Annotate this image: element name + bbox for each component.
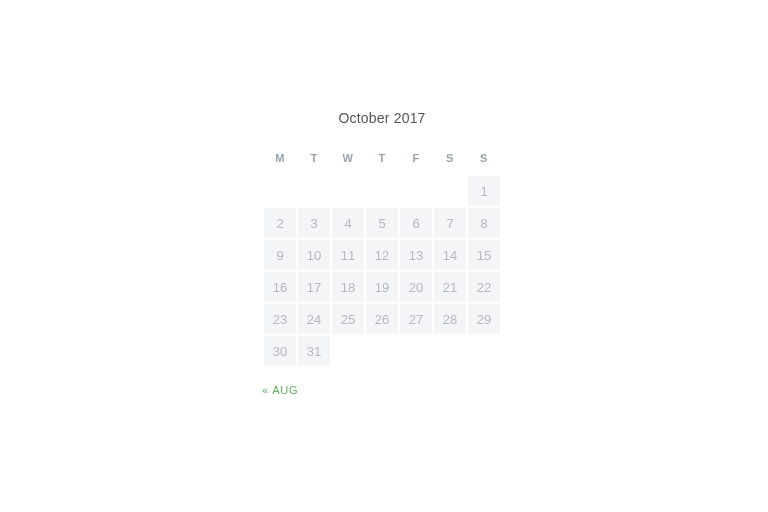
- calendar-row: 16171819202122: [264, 272, 500, 302]
- calendar-row: 1: [264, 176, 500, 206]
- calendar-day[interactable]: 12: [366, 240, 398, 270]
- calendar-day[interactable]: 25: [332, 304, 364, 334]
- weekday-header: S: [434, 146, 466, 174]
- weekday-header: F: [400, 146, 432, 174]
- calendar-day[interactable]: 28: [434, 304, 466, 334]
- calendar-day[interactable]: 19: [366, 272, 398, 302]
- calendar-day[interactable]: 22: [468, 272, 500, 302]
- calendar-row: 23242526272829: [264, 304, 500, 334]
- calendar-day[interactable]: 9: [264, 240, 296, 270]
- calendar-day[interactable]: 23: [264, 304, 296, 334]
- calendar-day[interactable]: 13: [400, 240, 432, 270]
- calendar-day[interactable]: 26: [366, 304, 398, 334]
- calendar-row: 9101112131415: [264, 240, 500, 270]
- calendar-title: October 2017: [262, 110, 502, 126]
- prev-month-link[interactable]: « AUG: [262, 384, 298, 396]
- weekday-header: W: [332, 146, 364, 174]
- calendar-day[interactable]: 24: [298, 304, 330, 334]
- calendar-day[interactable]: 16: [264, 272, 296, 302]
- calendar-day[interactable]: 15: [468, 240, 500, 270]
- calendar-pad: [434, 336, 466, 366]
- weekday-header: T: [366, 146, 398, 174]
- calendar-day[interactable]: 5: [366, 208, 398, 238]
- calendar-day[interactable]: 21: [434, 272, 466, 302]
- calendar-day[interactable]: 18: [332, 272, 364, 302]
- calendar-row: 3031: [264, 336, 500, 366]
- calendar-pad: [400, 336, 432, 366]
- calendar-day[interactable]: 10: [298, 240, 330, 270]
- calendar-day[interactable]: 20: [400, 272, 432, 302]
- calendar-day[interactable]: 27: [400, 304, 432, 334]
- calendar-pad: [332, 336, 364, 366]
- calendar-nav: « AUG: [262, 384, 502, 396]
- calendar-pad: [332, 176, 364, 206]
- calendar-day[interactable]: 1: [468, 176, 500, 206]
- calendar-day[interactable]: 11: [332, 240, 364, 270]
- calendar-day[interactable]: 4: [332, 208, 364, 238]
- weekday-header: T: [298, 146, 330, 174]
- calendar-day[interactable]: 30: [264, 336, 296, 366]
- calendar-pad: [434, 176, 466, 206]
- calendar-pad: [298, 176, 330, 206]
- calendar-day[interactable]: 29: [468, 304, 500, 334]
- calendar-pad: [366, 336, 398, 366]
- calendar-body: 1234567891011121314151617181920212223242…: [264, 176, 500, 366]
- calendar-day[interactable]: 8: [468, 208, 500, 238]
- calendar-day[interactable]: 3: [298, 208, 330, 238]
- calendar-pad: [400, 176, 432, 206]
- calendar-day[interactable]: 31: [298, 336, 330, 366]
- calendar-pad: [264, 176, 296, 206]
- calendar-row: 2345678: [264, 208, 500, 238]
- calendar-weekday-row: M T W T F S S: [264, 146, 500, 174]
- calendar-pad: [366, 176, 398, 206]
- calendar-widget: October 2017 M T W T F S S 1234567891011…: [262, 110, 502, 396]
- calendar-day[interactable]: 2: [264, 208, 296, 238]
- calendar-pad: [468, 336, 500, 366]
- calendar-day[interactable]: 14: [434, 240, 466, 270]
- weekday-header: M: [264, 146, 296, 174]
- calendar-table: M T W T F S S 12345678910111213141516171…: [262, 144, 502, 368]
- calendar-day[interactable]: 6: [400, 208, 432, 238]
- calendar-day[interactable]: 17: [298, 272, 330, 302]
- calendar-day[interactable]: 7: [434, 208, 466, 238]
- weekday-header: S: [468, 146, 500, 174]
